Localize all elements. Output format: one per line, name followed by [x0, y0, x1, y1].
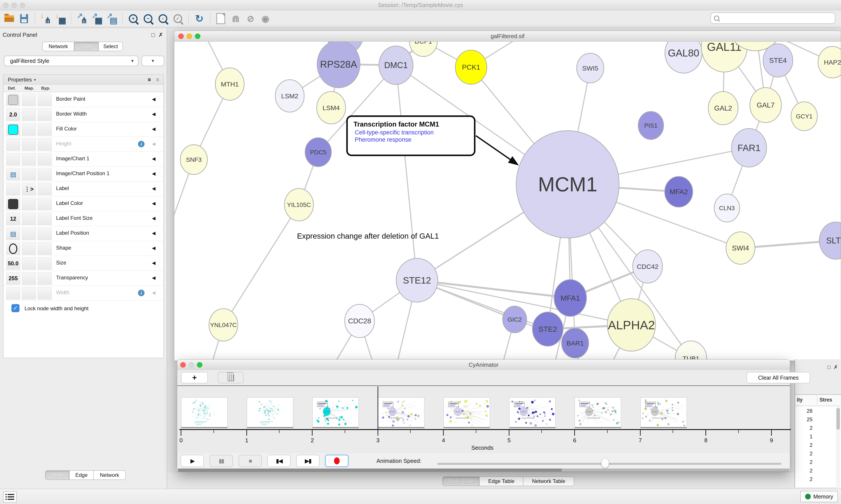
- annotation-link[interactable]: Cell-type-specific transcription: [355, 129, 474, 136]
- node-GCY1[interactable]: GCY1: [791, 102, 817, 131]
- timeline-playhead[interactable]: [378, 386, 378, 430]
- network-edge[interactable]: [396, 65, 417, 280]
- annotation-box[interactable]: Transcription factor MCM1 Cell-type-spec…: [346, 115, 476, 156]
- node-GAL7[interactable]: GAL7: [750, 88, 782, 123]
- float-panel-icon[interactable]: □: [827, 364, 831, 370]
- network-canvas[interactable]: DCP1RPS28ADMC1PCK1SWI5GAL80GAL11STE4HAP2…: [174, 41, 841, 361]
- property-row-width[interactable]: Width i ◀: [3, 286, 163, 301]
- property-row-image-chart-1[interactable]: Image/Chart 1 ◀: [3, 152, 163, 167]
- node-PDC5[interactable]: PDC5: [305, 138, 332, 167]
- timeline-scrollbar[interactable]: [178, 469, 789, 472]
- property-row-shape[interactable]: Shape ◀: [3, 241, 163, 256]
- node-SNF3[interactable]: SNF3: [180, 145, 208, 175]
- frame-thumbnail-5s[interactable]: MCM1: [509, 397, 556, 427]
- search-field[interactable]: [722, 15, 832, 21]
- node-YNL047C[interactable]: YNL047C: [209, 309, 238, 341]
- style-selector[interactable]: galFiltered Style ▾: [4, 56, 139, 66]
- node-PCK1[interactable]: PCK1: [455, 50, 487, 84]
- frame-thumbnail-0s[interactable]: [181, 397, 228, 427]
- hide-details-icon[interactable]: ⊘: [245, 13, 256, 25]
- table-cell-value[interactable]: 2: [795, 451, 812, 457]
- tab-select[interactable]: Select: [99, 41, 123, 51]
- expand-row-icon[interactable]: ◀: [152, 96, 156, 102]
- add-frame-button[interactable]: +: [181, 372, 208, 383]
- node-DCP1[interactable]: DCP1: [409, 41, 437, 56]
- frame-thumbnail-7s[interactable]: MCM1: [640, 397, 687, 427]
- node-SWI5[interactable]: SWI5: [577, 53, 604, 83]
- property-row-border-paint[interactable]: Border Paint ◀: [3, 92, 163, 107]
- tab-network[interactable]: Network: [42, 41, 74, 51]
- node-STE12[interactable]: STE12: [396, 258, 438, 302]
- slider-thumb[interactable]: [601, 458, 609, 468]
- color-swatch[interactable]: [8, 199, 18, 209]
- node-SLT2[interactable]: SLT2: [819, 222, 841, 259]
- stop-button[interactable]: ■: [238, 455, 262, 467]
- node-CLN3[interactable]: CLN3: [714, 194, 739, 222]
- property-row-transparency[interactable]: 255 Transparency ◀: [3, 271, 163, 286]
- node-CDC28[interactable]: CDC28: [345, 304, 375, 338]
- tab-network[interactable]: Network: [94, 470, 126, 480]
- color-swatch[interactable]: [8, 95, 18, 105]
- network-window-titlebar[interactable]: galFiltered.sif: [174, 31, 841, 41]
- task-history-button[interactable]: [3, 491, 17, 503]
- expand-row-icon[interactable]: ◀: [152, 171, 156, 176]
- node-HAP2[interactable]: HAP2: [818, 47, 841, 78]
- table-cell-value[interactable]: 2: [795, 476, 812, 482]
- node-STE4[interactable]: STE4: [763, 44, 793, 77]
- play-button[interactable]: ▶: [181, 455, 204, 467]
- export-network-icon[interactable]: ↗⋔: [76, 13, 88, 25]
- style-options-button[interactable]: ▾: [142, 56, 164, 66]
- skip-to-start-button[interactable]: ▮◀: [267, 455, 291, 467]
- expand-row-icon[interactable]: ◀: [152, 156, 156, 161]
- node-BAR1[interactable]: BAR1: [561, 328, 589, 358]
- node-LSM2[interactable]: LSM2: [275, 80, 304, 112]
- info-icon[interactable]: i: [138, 290, 145, 296]
- animation-speed-slider[interactable]: [437, 463, 781, 465]
- frame-thumbnail-4s[interactable]: MCM1: [444, 397, 490, 427]
- node-CDC42[interactable]: CDC42: [633, 250, 662, 283]
- expand-row-icon[interactable]: ◀: [152, 111, 156, 117]
- property-row-height[interactable]: Height i ◀: [3, 137, 163, 152]
- search-input[interactable]: [711, 13, 835, 24]
- table-cell-value[interactable]: 25: [795, 416, 812, 422]
- expand-row-icon[interactable]: ◀: [152, 231, 156, 236]
- node-TUB1[interactable]: TUB1: [675, 341, 707, 361]
- collapse-all-icon[interactable]: «: [157, 75, 159, 83]
- table-cell-value[interactable]: 26: [795, 408, 812, 414]
- node-RPS28A[interactable]: RPS28A: [317, 41, 360, 88]
- float-panel-icon[interactable]: □: [151, 32, 155, 38]
- node-STE2[interactable]: STE2: [532, 312, 563, 346]
- node-MCM1[interactable]: MCM1: [516, 131, 619, 238]
- properties-header[interactable]: Properties ▾ » «: [3, 75, 163, 85]
- node-MFA2[interactable]: MFA2: [665, 177, 693, 207]
- tab-node-table[interactable]: Node Table: [442, 476, 480, 486]
- expand-row-icon[interactable]: ◀: [152, 141, 156, 146]
- table-cell-value[interactable]: 2: [795, 425, 812, 431]
- node-YIL105C[interactable]: YIL105C: [285, 188, 314, 221]
- property-row-label[interactable]: ⋮> Label ◀: [3, 181, 163, 196]
- node-GAL80[interactable]: GAL80: [665, 41, 702, 73]
- column-header[interactable]: Stres: [820, 397, 832, 403]
- expand-row-icon[interactable]: ◀: [152, 201, 156, 206]
- save-session-icon[interactable]: [18, 13, 30, 25]
- expand-row-icon[interactable]: ◀: [152, 290, 156, 295]
- tab-edge[interactable]: Edge: [70, 470, 94, 480]
- export-image-icon[interactable]: ↗▤: [106, 13, 118, 25]
- node-MFA1[interactable]: MFA1: [554, 280, 587, 317]
- skip-to-end-button[interactable]: ▶▮: [296, 455, 320, 467]
- close-panel-icon[interactable]: ✗: [834, 364, 838, 370]
- table-cell-value[interactable]: 2: [795, 468, 812, 474]
- lock-size-checkbox[interactable]: ✓: [12, 304, 19, 312]
- property-row-label-position[interactable]: ▤ Label Position ◀: [3, 226, 163, 241]
- table-cell-value[interactable]: 2: [795, 442, 812, 448]
- property-row-label-color[interactable]: Label Color ◀: [3, 196, 163, 211]
- zoom-in-icon[interactable]: +: [127, 13, 139, 25]
- property-row-label-font-size[interactable]: 12 Label Font Size ◀: [3, 211, 163, 226]
- node-MTH1[interactable]: MTH1: [215, 68, 244, 100]
- expand-row-icon[interactable]: ◀: [152, 246, 156, 251]
- close-panel-icon[interactable]: ✗: [158, 32, 163, 38]
- show-details-icon[interactable]: ◉: [260, 13, 271, 25]
- expand-row-icon[interactable]: ◀: [152, 260, 156, 266]
- node-GAL2[interactable]: GAL2: [708, 91, 738, 125]
- frame-thumbnail-3s[interactable]: MCM1: [378, 397, 425, 427]
